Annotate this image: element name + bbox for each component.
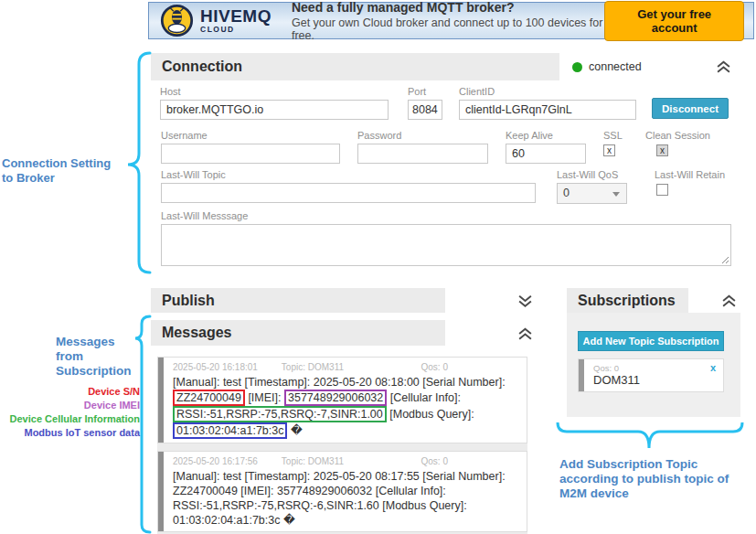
- collapse-subscriptions-icon[interactable]: [721, 294, 737, 308]
- keepalive-label: Keep Alive: [506, 130, 586, 141]
- ssl-label: SSL: [603, 130, 623, 141]
- banner-headline: Need a fully managed MQTT broker?: [292, 0, 604, 15]
- expand-publish-icon[interactable]: [517, 294, 533, 308]
- collapse-messages-icon[interactable]: [517, 327, 533, 341]
- messages-section: Messages: [151, 320, 544, 346]
- messages-title: Messages: [151, 320, 445, 346]
- lastwill-message-textarea[interactable]: [162, 225, 730, 265]
- banner-subheadline: Get your own Cloud broker and connect up…: [292, 16, 604, 42]
- message-topic: Topic: DOM311: [282, 362, 344, 373]
- message-line: [Manual]: test [Timestamp]: 2025-05-20 0…: [173, 469, 519, 484]
- message-line: [Manual]: test [Timestamp]: 2025-05-20 0…: [173, 375, 519, 390]
- lastwill-retain-label: Last-Will Retain: [655, 169, 725, 180]
- lastwill-message-label: Last-Will Messsage: [161, 210, 731, 221]
- annotation-device-sn: Device S/N: [0, 385, 140, 399]
- message-line: ZZ24700049 [IMEI]: 357748929006032 [Cell…: [173, 390, 519, 406]
- connection-brace-icon: [122, 51, 152, 274]
- username-input[interactable]: [161, 144, 340, 164]
- device-serial-highlight: ZZ24700049: [173, 390, 245, 406]
- connection-panel: Connection connected Host Port ClientID …: [151, 53, 740, 271]
- message-line: RSSI:-51,RSRP:-75,RSRQ:-7,SINR:1.00 [Mod…: [173, 406, 519, 422]
- hivemq-banner: HIVEMQ CLOUD Need a fully managed MQTT b…: [148, 2, 754, 39]
- message-accent-bar: [158, 452, 164, 531]
- message-accent-bar: [158, 358, 164, 443]
- clientid-label: ClientID: [459, 86, 636, 97]
- lastwill-retain-checkbox[interactable]: [656, 184, 668, 196]
- clean-session-label: Clean Session: [645, 130, 710, 141]
- port-input[interactable]: [408, 100, 442, 120]
- lastwill-qos-label: Last-Will QoS: [557, 169, 627, 180]
- host-label: Host: [160, 86, 389, 97]
- hivemq-logo: HIVEMQ CLOUD: [160, 4, 272, 37]
- mqtt-websocket-client-screen: HIVEMQ CLOUD Need a fully managed MQTT b…: [0, 0, 756, 534]
- password-input[interactable]: [357, 144, 488, 164]
- device-imei-highlight: 357748929006032: [284, 390, 387, 406]
- annotation-device-imei: Device IMEI: [0, 399, 140, 412]
- publish-section: Publish: [151, 288, 544, 313]
- messages-list: 2025-05-20 16:18:01 Topic: DOM311 Qos: 0…: [157, 357, 527, 534]
- get-free-account-button[interactable]: Get your free account: [604, 1, 744, 41]
- annotation-messages-from-subscription: Messages from Subscription: [56, 335, 147, 379]
- keepalive-input[interactable]: [506, 144, 586, 164]
- annotation-connection-setting: Connection Setting to Broker: [2, 156, 126, 186]
- collapse-connection-icon[interactable]: [716, 60, 731, 74]
- annotation-device-modbus: Modbus IoT sensor data: [0, 426, 140, 440]
- annotation-add-subscription-topic: Add Subscription Topic according to publ…: [559, 457, 756, 501]
- hivemq-logo-subtitle: CLOUD: [200, 26, 272, 34]
- cellular-info-highlight: RSSI:-51,RSRP:-75,RSRQ:-7,SINR:1.00: [173, 406, 387, 422]
- ssl-checkbox[interactable]: x: [603, 144, 615, 156]
- dropdown-caret-icon: [612, 192, 620, 197]
- bee-logo-icon: [160, 4, 194, 37]
- publish-title: Publish: [151, 288, 445, 313]
- connection-status: connected: [559, 53, 740, 80]
- message-topic: Topic: DOM311: [282, 456, 344, 467]
- host-input[interactable]: [160, 100, 389, 120]
- resize-grip-icon[interactable]: [721, 256, 729, 264]
- port-label: Port: [408, 86, 442, 97]
- subscription-topic: DOM311: [593, 373, 640, 387]
- close-icon[interactable]: x: [710, 362, 716, 373]
- subscription-item: Qos: 0 x DOM311: [578, 358, 724, 392]
- message-timestamp: 2025-05-20 16:18:01: [173, 362, 258, 373]
- disconnect-button[interactable]: Disconnect: [652, 98, 729, 119]
- message-line: 01:03:02:04:a1:7b:3c �: [173, 513, 519, 528]
- message-card: 2025-05-20 16:18:01 Topic: DOM311 Qos: 0…: [157, 357, 527, 443]
- lastwill-qos-value: 0: [563, 187, 570, 199]
- message-card: 2025-05-20 16:17:56 Topic: DOM311 Qos: 0…: [157, 451, 527, 532]
- hivemq-logo-title: HIVEMQ: [200, 7, 272, 25]
- message-line: 01:03:02:04:a1:7b:3c �: [173, 422, 519, 439]
- status-text: connected: [589, 60, 642, 73]
- modbus-data-highlight: 01:03:02:04:a1:7b:3c: [173, 422, 287, 439]
- annotation-device-legend: Device S/N Device IMEI Device Cellular I…: [0, 385, 140, 440]
- status-dot-icon: [572, 62, 582, 72]
- subscription-accent-bar: [579, 359, 584, 391]
- connection-header: Connection connected: [151, 53, 740, 80]
- subscriptions-title: Subscriptions: [567, 288, 688, 313]
- add-topic-subscription-button[interactable]: Add New Topic Subscription: [578, 331, 724, 351]
- message-qos: Qos: 0: [421, 362, 448, 373]
- lastwill-qos-select[interactable]: 0: [557, 183, 627, 204]
- subscription-qos: Qos: 0: [593, 363, 619, 373]
- clientid-input[interactable]: [459, 100, 636, 120]
- subscriptions-section: Subscriptions: [567, 288, 740, 313]
- annotation-device-cellular: Device Cellular Information: [0, 412, 140, 426]
- message-line: ZZ24700049 [IMEI]: 357748929006032 [Cell…: [173, 484, 519, 498]
- message-timestamp: 2025-05-20 16:17:56: [173, 456, 258, 467]
- username-label: Username: [161, 130, 340, 141]
- clean-session-checkbox[interactable]: x: [656, 144, 668, 156]
- password-label: Password: [357, 130, 488, 141]
- subscription-brace-icon: [556, 422, 746, 452]
- message-line: RSSI:-51,RSRP:-75,RSRQ:-6,SINR:1.60 [Mod…: [173, 498, 519, 513]
- lastwill-topic-label: Last-Will Topic: [161, 169, 536, 180]
- message-qos: Qos: 0: [421, 456, 448, 467]
- subscriptions-body: Add New Topic Subscription Qos: 0 x DOM3…: [567, 313, 740, 417]
- lastwill-topic-input[interactable]: [161, 183, 536, 203]
